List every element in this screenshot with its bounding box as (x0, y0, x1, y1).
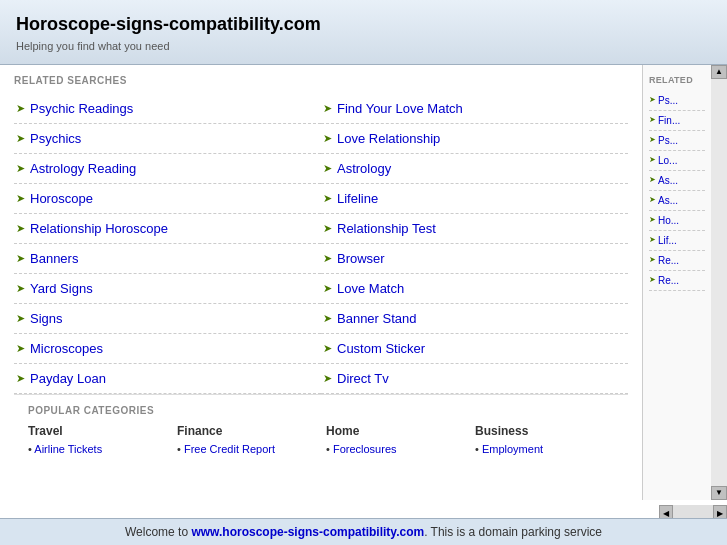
list-item: ➤Banners (14, 244, 321, 274)
sidebar-link[interactable]: As... (658, 195, 678, 206)
sidebar-link[interactable]: As... (658, 175, 678, 186)
list-item: ➤Microscopes (14, 334, 321, 364)
sidebar-link[interactable]: Lif... (658, 235, 677, 246)
search-link[interactable]: Relationship Horoscope (30, 221, 168, 236)
list-item: ➤Relationship Test (321, 214, 628, 244)
arrow-icon: ➤ (649, 155, 656, 164)
right-sidebar: RELATED ➤Ps...➤Fin...➤Ps...➤Lo...➤As...➤… (643, 65, 711, 500)
list-item: ➤Browser (321, 244, 628, 274)
search-link[interactable]: Horoscope (30, 191, 93, 206)
category-title: Business (475, 424, 614, 438)
vertical-scrollbar: ▲ ▼ (711, 65, 727, 500)
sidebar-link[interactable]: Re... (658, 255, 679, 266)
arrow-icon: ➤ (16, 252, 25, 265)
list-item: ➤Banner Stand (321, 304, 628, 334)
arrow-icon: ➤ (323, 222, 332, 235)
site-subtitle: Helping you find what you need (16, 40, 711, 52)
search-link[interactable]: Browser (337, 251, 385, 266)
search-link[interactable]: Psychics (30, 131, 81, 146)
sidebar-list-item: ➤As... (649, 191, 705, 211)
sidebar-link[interactable]: Ps... (658, 95, 678, 106)
list-item: ➤Payday Loan (14, 364, 321, 394)
popular-categories-label: POPULAR CATEGORIES (28, 405, 614, 416)
search-link[interactable]: Payday Loan (30, 371, 106, 386)
search-link[interactable]: Lifeline (337, 191, 378, 206)
category-link[interactable]: Airline Tickets (34, 443, 102, 455)
arrow-icon: ➤ (649, 135, 656, 144)
list-item: ➤Horoscope (14, 184, 321, 214)
search-link[interactable]: Relationship Test (337, 221, 436, 236)
category-title: Finance (177, 424, 316, 438)
arrow-icon: ➤ (649, 215, 656, 224)
sidebar-link[interactable]: Ps... (658, 135, 678, 146)
list-item: ➤Custom Sticker (321, 334, 628, 364)
sidebar-list-item: ➤Ho... (649, 211, 705, 231)
category-title: Travel (28, 424, 167, 438)
search-link[interactable]: Yard Signs (30, 281, 93, 296)
arrow-icon: ➤ (16, 222, 25, 235)
search-link[interactable]: Love Match (337, 281, 404, 296)
links-grid: ➤Psychic Readings➤Psychics➤Astrology Rea… (14, 94, 628, 394)
sidebar-link[interactable]: Lo... (658, 155, 677, 166)
search-link[interactable]: Microscopes (30, 341, 103, 356)
sidebar-link[interactable]: Ho... (658, 215, 679, 226)
sidebar-list-item: ➤Lif... (649, 231, 705, 251)
list-item: ➤Love Match (321, 274, 628, 304)
arrow-icon: ➤ (16, 312, 25, 325)
category-link[interactable]: Foreclosures (333, 443, 397, 455)
arrow-icon: ➤ (16, 372, 25, 385)
popular-categories-section: POPULAR CATEGORIES TravelAirline Tickets… (14, 394, 628, 466)
search-link[interactable]: Astrology (337, 161, 391, 176)
sidebar-link[interactable]: Re... (658, 275, 679, 286)
arrow-icon: ➤ (649, 255, 656, 264)
sidebar-list-item: ➤Re... (649, 271, 705, 291)
sidebar-label: RELATED (649, 75, 705, 85)
arrow-icon: ➤ (16, 132, 25, 145)
list-item: Employment (475, 442, 614, 456)
category-column: FinanceFree Credit Report (177, 424, 316, 456)
list-item: ➤Psychic Readings (14, 94, 321, 124)
category-column: BusinessEmployment (475, 424, 614, 456)
arrow-icon: ➤ (323, 252, 332, 265)
list-item: ➤Direct Tv (321, 364, 628, 394)
categories-grid: TravelAirline TicketsFinanceFree Credit … (28, 424, 614, 456)
category-link[interactable]: Employment (482, 443, 543, 455)
list-item: ➤Astrology (321, 154, 628, 184)
scroll-up-btn[interactable]: ▲ (711, 65, 727, 79)
arrow-icon: ➤ (16, 282, 25, 295)
arrow-icon: ➤ (16, 102, 25, 115)
arrow-icon: ➤ (16, 192, 25, 205)
search-link[interactable]: Custom Sticker (337, 341, 425, 356)
arrow-icon: ➤ (323, 282, 332, 295)
search-link[interactable]: Psychic Readings (30, 101, 133, 116)
sidebar-list-item: ➤Ps... (649, 91, 705, 111)
search-link[interactable]: Banner Stand (337, 311, 417, 326)
search-link[interactable]: Love Relationship (337, 131, 440, 146)
page-header: Horoscope-signs-compatibility.com Helpin… (0, 0, 727, 65)
category-column: TravelAirline Tickets (28, 424, 167, 456)
arrow-icon: ➤ (323, 192, 332, 205)
arrow-icon: ➤ (323, 162, 332, 175)
arrow-icon: ➤ (323, 312, 332, 325)
category-link[interactable]: Free Credit Report (184, 443, 275, 455)
list-item: Airline Tickets (28, 442, 167, 456)
sidebar-list-item: ➤Lo... (649, 151, 705, 171)
sidebar-link[interactable]: Fin... (658, 115, 680, 126)
sidebar-links: ➤Ps...➤Fin...➤Ps...➤Lo...➤As...➤As...➤Ho… (649, 91, 705, 291)
main-content: RELATED SEARCHES ➤Psychic Readings➤Psych… (0, 65, 643, 500)
search-link[interactable]: Find Your Love Match (337, 101, 463, 116)
arrow-icon: ➤ (323, 372, 332, 385)
search-link[interactable]: Direct Tv (337, 371, 389, 386)
site-title: Horoscope-signs-compatibility.com (16, 14, 711, 36)
arrow-icon: ➤ (649, 195, 656, 204)
search-link[interactable]: Astrology Reading (30, 161, 136, 176)
category-column: HomeForeclosures (326, 424, 465, 456)
list-item: Foreclosures (326, 442, 465, 456)
list-item: ➤Lifeline (321, 184, 628, 214)
scroll-down-btn[interactable]: ▼ (711, 486, 727, 500)
list-item: ➤Relationship Horoscope (14, 214, 321, 244)
sidebar-list-item: ➤Re... (649, 251, 705, 271)
search-link[interactable]: Signs (30, 311, 63, 326)
list-item: Free Credit Report (177, 442, 316, 456)
search-link[interactable]: Banners (30, 251, 78, 266)
